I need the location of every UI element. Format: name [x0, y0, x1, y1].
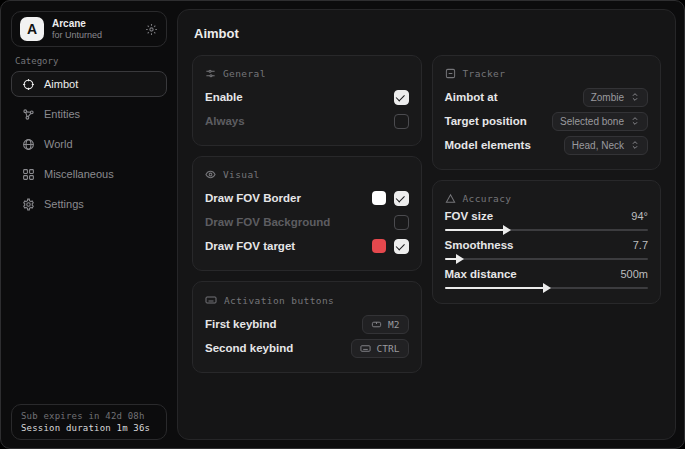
sidebar-item-label: Aimbot: [44, 78, 78, 90]
visual-card: Visual Draw FOV Border Draw FOV Backgrou…: [192, 156, 422, 271]
target-position-dropdown[interactable]: Selected bone: [552, 112, 648, 131]
slider-thumb[interactable]: [456, 254, 464, 264]
card-title: Visual: [223, 169, 260, 180]
keyboard-icon: [360, 343, 371, 354]
accuracy-card: Accuracy FOV size 94°: [432, 180, 662, 304]
triangle-icon: [445, 193, 456, 204]
aimbot-at-dropdown[interactable]: Zombie: [583, 88, 648, 107]
slider-thumb[interactable]: [503, 225, 511, 235]
brand-subtitle: for Unturned: [52, 30, 137, 40]
slider-thumb[interactable]: [543, 283, 551, 293]
slider-value: 500m: [620, 268, 648, 280]
fov-size-slider[interactable]: [445, 229, 649, 231]
setting-label: Enable: [205, 91, 243, 103]
sidebar-item-aimbot[interactable]: Aimbot: [11, 71, 167, 97]
slider-row-max-distance: Max distance 500m: [445, 268, 649, 289]
dropdown-value: Zombie: [591, 92, 624, 103]
setting-row-enable: Enable: [205, 85, 409, 109]
crosshair-icon: [22, 78, 35, 91]
gear-icon[interactable]: [145, 23, 158, 36]
keybind-value: CTRL: [377, 343, 400, 354]
sidebar-item-world[interactable]: World: [11, 131, 167, 157]
main-panel: Aimbot General Enable: [177, 9, 676, 440]
setting-row-model-elements: Model elements Head, Neck: [445, 133, 649, 157]
max-distance-slider[interactable]: [445, 287, 649, 289]
sidebar-item-label: World: [44, 138, 73, 150]
setting-label: Second keybind: [205, 342, 293, 354]
focus-icon: [445, 68, 456, 79]
app-window: A Arcane for Unturned Category A: [0, 0, 685, 449]
sub-expiry-text: Sub expires in 42d 08h: [21, 411, 157, 421]
enable-checkbox[interactable]: [394, 90, 409, 105]
slider-value: 94°: [631, 210, 648, 222]
always-checkbox[interactable]: [394, 114, 409, 129]
slider-row-fov-size: FOV size 94°: [445, 210, 649, 231]
setting-label: Aimbot at: [445, 91, 498, 103]
setting-row-fov-background: Draw FOV Background: [205, 210, 409, 234]
setting-label: First keybind: [205, 318, 277, 330]
sidebar: A Arcane for Unturned Category A: [1, 1, 177, 448]
setting-row-target-position: Target position Selected bone: [445, 109, 649, 133]
setting-label: Draw FOV Border: [205, 192, 301, 204]
dropdown-value: Selected bone: [560, 116, 624, 127]
mouse-icon: [371, 319, 382, 330]
sidebar-item-settings[interactable]: Settings: [11, 191, 167, 217]
brand-card: A Arcane for Unturned: [11, 11, 167, 47]
keybind-value: M2: [388, 319, 399, 330]
globe-icon: [22, 138, 35, 151]
setting-label: Max distance: [445, 268, 517, 280]
activation-card: Activation buttons First keybind M2: [192, 281, 422, 373]
brand-name: Arcane: [52, 18, 137, 30]
fov-border-checkbox[interactable]: [394, 191, 409, 206]
second-keybind-button[interactable]: CTRL: [351, 339, 409, 358]
sidebar-item-entities[interactable]: Entities: [11, 101, 167, 127]
setting-row-first-keybind: First keybind M2: [205, 312, 409, 336]
slider-row-smoothness: Smoothness 7.7: [445, 239, 649, 260]
sidebar-item-label: Settings: [44, 198, 84, 210]
chevrons-up-down-icon: [630, 92, 640, 102]
slider-value: 7.7: [633, 239, 648, 251]
setting-row-fov-border: Draw FOV Border: [205, 186, 409, 210]
setting-label: Draw FOV Background: [205, 216, 330, 228]
category-label: Category: [15, 56, 58, 66]
setting-row-aimbot-at: Aimbot at Zombie: [445, 85, 649, 109]
entities-icon: [22, 108, 35, 121]
model-elements-dropdown[interactable]: Head, Neck: [564, 136, 648, 155]
card-title: Accuracy: [463, 193, 512, 204]
tracker-card: Tracker Aimbot at Zombie: [432, 55, 662, 170]
fov-target-checkbox[interactable]: [394, 239, 409, 254]
keyboard-icon: [205, 294, 217, 306]
chevrons-up-down-icon: [630, 140, 640, 150]
setting-label: Smoothness: [445, 239, 514, 251]
setting-label: Target position: [445, 115, 527, 127]
subscription-info: Sub expires in 42d 08h Session duration …: [11, 404, 167, 440]
card-title: General: [223, 68, 266, 79]
setting-row-fov-target: Draw FOV target: [205, 234, 409, 258]
setting-label: Always: [205, 115, 245, 127]
setting-label: Draw FOV target: [205, 240, 295, 252]
card-title: Activation buttons: [224, 295, 334, 306]
chevrons-up-down-icon: [630, 116, 640, 126]
card-title: Tracker: [463, 68, 506, 79]
setting-label: FOV size: [445, 210, 494, 222]
grid-icon: [22, 168, 35, 181]
eye-icon: [205, 169, 216, 180]
general-card: General Enable Always: [192, 55, 422, 146]
sidebar-item-miscellaneous[interactable]: Miscellaneous: [11, 161, 167, 187]
sidebar-item-label: Miscellaneous: [44, 168, 114, 180]
setting-row-always: Always: [205, 109, 409, 133]
brand-logo: A: [20, 17, 44, 41]
setting-row-second-keybind: Second keybind CTRL: [205, 336, 409, 360]
page-title: Aimbot: [194, 26, 661, 41]
dropdown-value: Head, Neck: [572, 140, 624, 151]
sidebar-item-label: Entities: [44, 108, 80, 120]
first-keybind-button[interactable]: M2: [362, 315, 408, 334]
fov-background-checkbox[interactable]: [394, 215, 409, 230]
session-duration-text: Session duration 1m 36s: [21, 423, 157, 433]
color-swatch-white[interactable]: [372, 191, 386, 205]
setting-label: Model elements: [445, 139, 531, 151]
sidebar-nav: Aimbot Entities World: [11, 71, 167, 217]
sliders-icon: [205, 68, 216, 79]
color-swatch-red[interactable]: [372, 239, 386, 253]
smoothness-slider[interactable]: [445, 258, 649, 260]
